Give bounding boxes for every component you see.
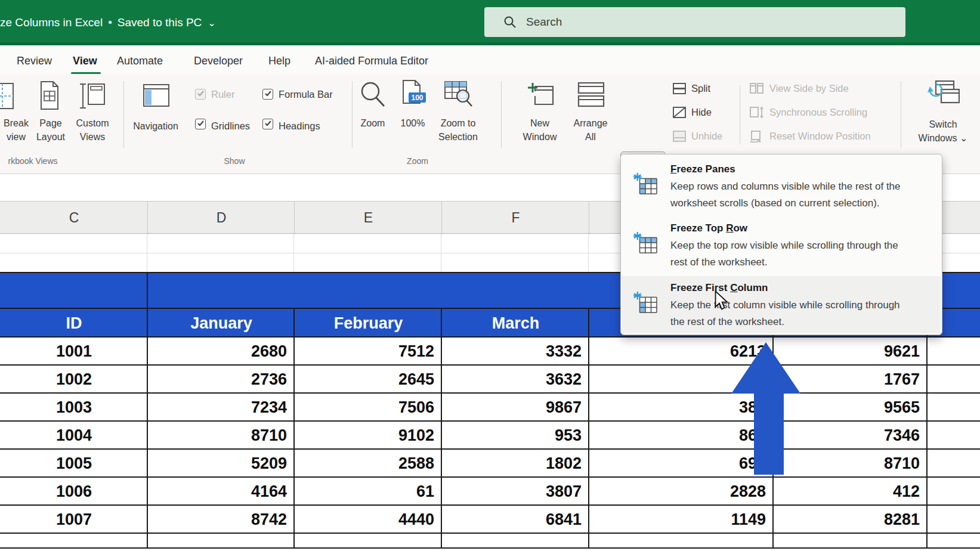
arrange-all-icon[interactable] [576,81,606,109]
table-cell[interactable]: 4440 [295,506,442,534]
view-side-by-side-icon [749,82,765,95]
gridlines-label[interactable]: Gridlines [211,120,250,132]
table-cell[interactable]: 9102 [295,422,442,450]
saved-status-chevron-icon[interactable]: ⌄ [208,18,215,28]
table-cell[interactable]: 2736 [148,366,295,394]
search-placeholder: Search [526,16,562,29]
table-cell[interactable]: 5209 [148,450,295,478]
hide-icon [672,106,687,119]
ruler-label: Ruler [211,88,234,100]
new-window-icon[interactable] [525,81,555,109]
formula-bar-checkbox[interactable] [262,89,273,100]
table-cell[interactable]: 2828 [589,478,774,506]
table-border [293,309,295,549]
table-header-cell[interactable]: March [442,309,589,338]
zoom-icon[interactable] [358,81,387,109]
gridlines-checkbox[interactable] [195,119,206,129]
reset-window-position-button: Reset Window Position [749,130,871,143]
show-group-label: Show [205,156,264,166]
tab-automate[interactable]: Automate [117,48,163,75]
table-cell[interactable]: 7234 [148,394,295,422]
table-cell[interactable]: 1007 [0,506,148,534]
navigation-icon[interactable] [142,83,171,108]
column-header-C[interactable]: C [0,202,148,234]
page-layout-icon[interactable] [38,81,61,110]
column-header-D[interactable]: D [148,202,295,234]
freeze-first-column-icon [633,291,658,316]
table-cell[interactable]: 1149 [589,506,774,534]
table-header-cell[interactable]: February [295,309,442,338]
zoom-to-selection-label[interactable]: Zoom to Selection [425,116,491,144]
zoom-to-selection-icon[interactable] [444,81,474,109]
table-cell[interactable]: 9867 [442,394,589,422]
table-cell[interactable]: 1002 [0,366,148,394]
formula-bar-label[interactable]: Formula Bar [279,88,333,100]
table-cell[interactable]: 8281 [774,506,928,534]
arrange-all-label[interactable]: Arrange All [558,116,623,144]
ribbon-tab-row: ReviewViewAutomateDeveloperHelpAI-aided … [0,48,980,75]
table-cell[interactable]: 3807 [442,478,589,506]
split-button[interactable]: Split [672,82,710,95]
split-icon [672,82,687,95]
zoom-group-label: Zoom [388,156,447,166]
synchronous-scrolling-icon [749,106,765,119]
table-cell[interactable]: 1005 [0,450,148,478]
custom-views-icon[interactable] [79,81,106,110]
table-border [588,309,589,549]
tab-developer[interactable]: Developer [194,48,243,75]
headings-checkbox[interactable] [262,119,273,129]
zoom-100-icon[interactable]: 100 [398,79,427,110]
table-border [441,309,442,549]
table-cell[interactable]: 2645 [295,366,442,394]
title-bar: ze Columns in Excel•Saved to this PC⌄ Se… [0,0,980,45]
unhide-button: Unhide [672,130,722,143]
table-cell[interactable]: 412 [774,478,928,506]
switch-windows-icon[interactable] [926,79,960,112]
table-cell[interactable]: 8742 [148,506,295,534]
tab-review[interactable]: Review [17,48,52,75]
table-cell[interactable]: 1004 [0,422,148,450]
table-cell[interactable]: 1003 [0,394,148,422]
table-cell[interactable]: 6841 [442,506,589,534]
document-title: ze Columns in Excel•Saved to this PC⌄ [0,14,216,31]
tab-view[interactable]: View [73,48,97,75]
saved-status[interactable]: Saved to this PC [118,16,202,29]
switch-windows-label[interactable]: Switch Windows ⌄ [910,117,976,145]
navigation-label[interactable]: Navigation [123,119,188,133]
table-cell[interactable]: 4164 [148,478,295,506]
headings-label[interactable]: Headings [279,120,320,132]
freeze-panes-grid-icon [633,172,658,195]
group-separator [740,85,740,144]
column-separator [441,202,442,234]
hide-button[interactable]: Hide [672,106,712,119]
table-cell[interactable]: 2588 [295,450,442,478]
search-icon [503,16,517,29]
column-header-E[interactable]: E [295,202,442,234]
table-cell[interactable]: 61 [295,478,442,506]
table-cell[interactable]: 1001 [0,338,148,366]
table-cell[interactable]: 7506 [295,394,442,422]
table-cell[interactable]: 2680 [148,338,295,366]
custom-views-label[interactable]: Custom Views [60,116,125,144]
tab-ai-aided-formula-editor[interactable]: AI-aided Formula Editor [315,48,428,75]
view-side-by-side-button: View Side by Side [749,82,849,95]
tab-help[interactable]: Help [268,48,290,75]
reset-window-position-icon [749,130,765,143]
group-separator [501,81,502,148]
table-cell[interactable]: 953 [442,422,589,450]
table-cell[interactable]: 3332 [442,338,589,366]
table-cell[interactable]: 1006 [0,478,148,506]
active-tab-underline [71,72,101,74]
table-header-cell[interactable]: January [148,309,295,338]
workbook-views-group-label: rkbook Views [0,156,84,166]
table-cell[interactable]: 1802 [442,450,589,478]
table-header-cell[interactable]: ID [0,309,148,338]
table-cell[interactable]: 8710 [148,422,295,450]
column-separator [589,202,589,234]
column-header-F[interactable]: F [442,202,589,234]
table-cell[interactable]: 7512 [295,338,442,366]
table-cell[interactable]: 3632 [442,366,589,394]
search-box[interactable]: Search [484,7,905,37]
page-break-preview-icon[interactable] [0,82,14,110]
excel-window: ze Columns in Excel•Saved to this PC⌄ Se… [0,0,980,551]
